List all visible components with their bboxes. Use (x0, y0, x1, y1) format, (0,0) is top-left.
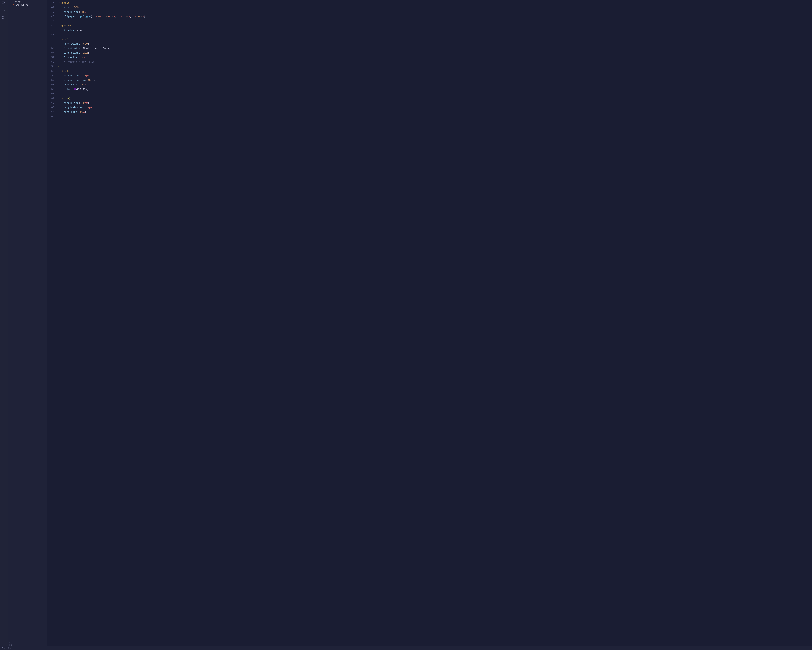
token-sel: .intro1 (58, 70, 68, 73)
token-brace: } (58, 33, 59, 36)
svg-point-1 (3, 3, 3, 4)
token-punc: : (85, 79, 88, 82)
token-punc: ); (143, 15, 147, 18)
svg-rect-7 (3, 18, 3, 19)
status-bar: 0 0 (0, 647, 812, 650)
token-brace: } (58, 20, 59, 23)
outline-row[interactable]: NE (8, 641, 47, 644)
token-unit: px (91, 79, 94, 82)
line-number: 52 (47, 55, 54, 60)
source-control-icon[interactable] (2, 1, 6, 5)
code-line[interactable]: } (58, 64, 810, 69)
token-prop: line-height (64, 52, 80, 54)
code-line[interactable]: clip-path: polygon(25% 0%, 100% 0%, 75% … (58, 14, 810, 19)
code-line[interactable]: width: 500px; (58, 5, 810, 10)
code-line[interactable]: .intro{ (58, 37, 810, 41)
line-number: 61 (47, 96, 54, 101)
line-number: 49 (47, 41, 54, 46)
code-line[interactable]: padding-bottom: 10px; (58, 78, 810, 83)
code-line[interactable]: .myphoto2{ (58, 23, 810, 28)
token-punc: : (77, 111, 80, 113)
token-brace: { (68, 97, 70, 100)
token-punc: : (83, 106, 86, 109)
code-line[interactable]: padding-top: 10px; (58, 73, 810, 78)
extensions-icon[interactable] (2, 15, 6, 20)
line-number: 48 (47, 37, 54, 41)
warning-icon (8, 647, 9, 649)
line-number-gutter: 4041424344454647484950515253545556575859… (47, 0, 57, 650)
code-line[interactable]: color: #65159a; (58, 87, 810, 92)
token-prop: font-family (64, 47, 80, 50)
token-punc: ; (82, 6, 83, 9)
code-line[interactable]: line-height: 2.2; (58, 51, 810, 55)
token-unit: % (128, 15, 130, 18)
code-line[interactable]: font-size: 70%; (58, 55, 810, 60)
token-brace: { (68, 70, 70, 73)
token-prop: font-size (64, 56, 77, 59)
outline-row[interactable]: NE (8, 644, 47, 647)
activity-bar (0, 0, 8, 650)
svg-point-0 (3, 1, 3, 2)
code-line[interactable]: font-size: 157%; (58, 83, 810, 87)
line-number: 47 (47, 32, 54, 37)
token-num: 0 (98, 15, 100, 18)
code-line[interactable]: } (58, 32, 810, 37)
code-line[interactable]: font-weight: 600; (58, 41, 810, 46)
token-punc: ; (109, 47, 110, 50)
app-root: image index.html 40414243444546474849505… (0, 0, 812, 650)
code-line[interactable]: .myphoto{ (58, 1, 810, 5)
code-line[interactable]: .intro2{ (58, 96, 810, 101)
status-errors[interactable]: 0 (2, 647, 5, 649)
code-line[interactable]: font-size: 90%; (58, 110, 810, 115)
token-unit: px (89, 106, 92, 109)
token-unit: % (85, 11, 86, 14)
line-number: 50 (47, 46, 54, 51)
html-file-icon (12, 4, 15, 6)
token-prop: font-size (64, 83, 77, 86)
line-number: 45 (47, 23, 54, 28)
token-brace: } (58, 115, 59, 118)
svg-rect-6 (4, 16, 5, 17)
code-line[interactable]: } (58, 19, 810, 23)
run-debug-icon[interactable] (2, 8, 6, 12)
token-str: Montserrat , Sono (83, 47, 109, 50)
status-error-count: 0 (4, 647, 5, 649)
svg-rect-5 (3, 16, 3, 17)
sidebar-item-image-folder[interactable]: image (9, 0, 46, 3)
token-punc: : (77, 83, 80, 86)
token-punc: ; (83, 29, 85, 32)
code-line[interactable]: } (58, 115, 810, 119)
line-number: 56 (47, 73, 54, 78)
code-line[interactable]: font-family: Montserrat , Sono; (58, 46, 810, 51)
editor[interactable]: 4041424344454647484950515253545556575859… (47, 0, 812, 650)
token-punc: : (80, 43, 83, 45)
token-punc: ; (94, 79, 95, 82)
outline-panel: NE NE (8, 641, 47, 647)
token-num: 100 (137, 15, 142, 18)
code-line[interactable]: margin-bottom: 20px; (58, 105, 810, 110)
token-brace: } (58, 92, 59, 95)
token-sel: .intro2 (58, 97, 68, 100)
code-line[interactable]: margin-top: 20px; (58, 101, 810, 105)
token-str: #65159a (76, 88, 87, 91)
token-num: 70 (80, 56, 83, 59)
token-punc: : (77, 56, 80, 59)
line-number: 40 (47, 1, 54, 5)
code-line[interactable]: display: none; (58, 28, 810, 32)
token-prop: font-size (64, 111, 77, 113)
code-line[interactable]: margin-top: 15%; (58, 10, 810, 14)
color-swatch[interactable] (74, 88, 76, 90)
token-punc: , (115, 15, 118, 18)
token-punc: : (80, 47, 83, 50)
status-warning-count: 0 (10, 647, 11, 649)
code-line[interactable]: /* margin-right: 50px; */ (58, 60, 810, 64)
token-num: 0 (112, 15, 113, 18)
code-line[interactable]: } (58, 92, 810, 96)
sidebar-item-index-html[interactable]: index.html (9, 3, 46, 6)
token-punc: ; (87, 88, 89, 91)
line-number: 46 (47, 28, 54, 32)
status-warnings[interactable]: 0 (8, 647, 11, 649)
code-line[interactable]: .intro1{ (58, 69, 810, 73)
token-unit: % (121, 15, 124, 18)
token-num: 100 (124, 15, 128, 18)
